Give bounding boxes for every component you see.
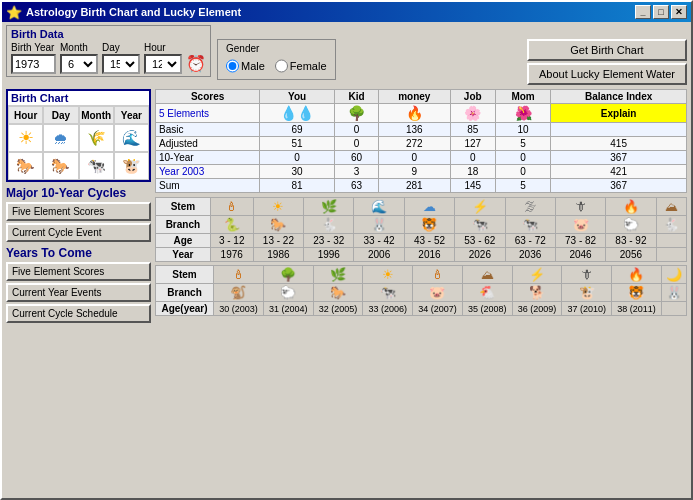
chart-hour-header: Hour <box>8 106 43 124</box>
table-row: Year 1976 1986 1996 2006 2016 2026 2036 … <box>156 248 687 262</box>
chart-branch-hour: 🐎 <box>8 152 43 180</box>
title-bar: ⭐ Astrology Birth Chart and Lucky Elemen… <box>2 2 691 22</box>
about-lucky-button[interactable]: About Lucky Element Water <box>527 63 687 85</box>
explain-btn[interactable]: Explain <box>551 104 687 123</box>
hour-select[interactable]: 12 <box>144 54 182 74</box>
chart-branch-month: 🐄 <box>79 152 114 180</box>
current-cycle-event-button[interactable]: Current Cycle Event <box>6 223 151 242</box>
current-year-events-button[interactable]: Current Year Events <box>6 283 151 302</box>
get-birth-chart-button[interactable]: Get Birth Chart <box>527 39 687 61</box>
table-row: Adjusted 51 0 272 127 5 415 <box>156 137 687 151</box>
app-icon: ⭐ <box>6 5 22 20</box>
table-row: Branch 🐒 🐑 🐎 🐄 🐷 🐔 🐕 🐮 🐯 🐰 <box>156 284 687 302</box>
chart-branch-year: 🐮 <box>114 152 149 180</box>
window-title: Astrology Birth Chart and Lucky Element <box>26 6 241 18</box>
row-5elements-you: 💧💧 <box>260 104 335 123</box>
chart-stem-day: 🌧 <box>43 124 78 152</box>
years-to-come-title: Years To Come <box>6 246 151 260</box>
day-label: Day <box>102 42 140 53</box>
year-label: Year <box>156 248 211 262</box>
current-cycle-schedule-button[interactable]: Current Cycle Schedule <box>6 304 151 323</box>
close-button[interactable]: ✕ <box>671 5 687 19</box>
row-5elements-mom: 🌺 <box>495 104 550 123</box>
table-row: Sum 81 63 281 145 5 367 <box>156 179 687 193</box>
table-row: Age 3 - 12 13 - 22 23 - 32 33 - 42 43 - … <box>156 234 687 248</box>
table-row: 5 Elements 💧💧 🌳 🔥 🌸 🌺 Explain <box>156 104 687 123</box>
age-label: Age <box>156 234 211 248</box>
row-5elements-money: 🔥 <box>378 104 450 123</box>
maximize-button[interactable]: □ <box>653 5 669 19</box>
month-label: Month <box>60 42 98 53</box>
scores-table: Scores You Kid money Job Mom Balance Ind… <box>155 89 687 193</box>
chart-month-header: Month <box>79 106 114 124</box>
male-radio[interactable]: Male <box>226 56 265 76</box>
score-col-you: You <box>260 90 335 104</box>
table-row: Stem 🕯 ☀ 🌿 🌊 ☁ ⚡ 🌫 🗡 🔥 ⛰ <box>156 198 687 216</box>
chart-stem-year: 🌊 <box>114 124 149 152</box>
score-col-balance: Balance Index <box>551 90 687 104</box>
birth-year-label: Birth Year <box>11 42 56 53</box>
table-row: Year 2003 30 3 9 18 0 421 <box>156 165 687 179</box>
chart-year-header: Year <box>114 106 149 124</box>
score-col-job: Job <box>450 90 495 104</box>
female-radio[interactable]: Female <box>275 56 327 76</box>
major-cycle-table: Stem 🕯 ☀ 🌿 🌊 ☁ ⚡ 🌫 🗡 🔥 ⛰ <box>155 197 687 262</box>
branch-label: Branch <box>156 216 211 234</box>
chart-stem-hour: ☀ <box>8 124 43 152</box>
years-to-come-table: Stem 🕯 🌳 🌿 ☀ 🕯 ⛰ ⚡ 🗡 🔥 🌙 <box>155 265 687 316</box>
chart-branch-day: 🐎 <box>43 152 78 180</box>
row-5elements-label: 5 Elements <box>156 104 260 123</box>
row-5elements-kid: 🌳 <box>335 104 379 123</box>
birth-year-input[interactable] <box>11 54 56 74</box>
gender-label: Gender <box>226 43 327 54</box>
table-row: 10-Year 0 60 0 0 0 367 <box>156 151 687 165</box>
ytc-age-label: Age(year) <box>156 302 214 316</box>
birth-chart-title: Birth Chart <box>8 91 149 105</box>
main-window: ⭐ Astrology Birth Chart and Lucky Elemen… <box>0 0 693 500</box>
ytc-branch-label: Branch <box>156 284 214 302</box>
table-row: Stem 🕯 🌳 🌿 ☀ 🕯 ⛰ ⚡ 🗡 🔥 🌙 <box>156 266 687 284</box>
five-element-scores-button[interactable]: Five Element Scores <box>6 202 151 221</box>
row-5elements-job: 🌸 <box>450 104 495 123</box>
ytc-stem-label: Stem <box>156 266 214 284</box>
chart-day-header: Day <box>43 106 78 124</box>
birth-data-label: Birth Data <box>11 28 206 40</box>
month-select[interactable]: 6 <box>60 54 98 74</box>
chart-stem-month: 🌾 <box>79 124 114 152</box>
score-col-money: money <box>378 90 450 104</box>
hour-label: Hour <box>144 42 182 53</box>
table-row: Basic 69 0 136 85 10 <box>156 123 687 137</box>
day-select[interactable]: 15 <box>102 54 140 74</box>
score-col-kid: Kid <box>335 90 379 104</box>
table-row: Branch 🐍 🐎 🐇 🐰 🐯 🐄 🐄 🐷 🐑 🐇 <box>156 216 687 234</box>
clock-icon: ⏰ <box>186 54 206 73</box>
minimize-button[interactable]: _ <box>635 5 651 19</box>
stem-label: Stem <box>156 198 211 216</box>
major-cycles-title: Major 10-Year Cycles <box>6 186 151 200</box>
score-col-scores: Scores <box>156 90 260 104</box>
score-col-mom: Mom <box>495 90 550 104</box>
years-five-element-button[interactable]: Five Element Scores <box>6 262 151 281</box>
table-row: Age(year) 30 (2003) 31 (2004) 32 (2005) … <box>156 302 687 316</box>
